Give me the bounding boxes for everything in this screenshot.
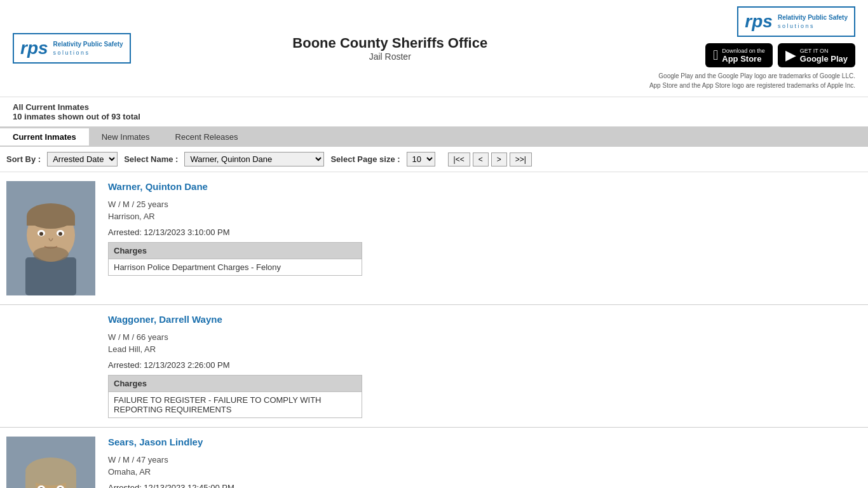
inmate-arrested-warner: Arrested: 12/13/2023 3:10:00 PM [108, 227, 862, 237]
logo-letters-right: rps [745, 11, 773, 32]
inmate-demographics-waggoner: W / M / 66 years [108, 332, 862, 342]
svg-rect-14 [25, 471, 36, 488]
select-name-select[interactable]: Warner, Quinton Dane [184, 152, 324, 166]
controls-bar: Sort By : Arrested Date Select Name : Wa… [0, 147, 868, 172]
inmate-name-sears[interactable]: Sears, Jason Lindley [108, 437, 862, 447]
svg-point-8 [58, 232, 62, 236]
page-header: rps Relativity Public Safety s o l u t i… [0, 0, 868, 97]
header-title-area: Boone County Sheriffs Office Jail Roster [292, 35, 487, 62]
svg-rect-4 [27, 216, 75, 226]
pagination-last[interactable]: >>| [510, 152, 532, 166]
inmate-photo-svg [6, 181, 95, 295]
summary-bar: All Current Inmates 10 inmates shown out… [0, 97, 868, 126]
sort-by-select[interactable]: Arrested Date [47, 152, 118, 166]
logo-box-left: rps Relativity Public Safety s o l u t i… [13, 33, 131, 64]
google-play-icon: ▶ [785, 47, 796, 64]
pagination-first[interactable]: |<< [448, 152, 470, 166]
inmate-photo-svg [6, 437, 95, 488]
app-disclaimer: Google Play and the Google Play logo are… [649, 71, 855, 90]
summary-line1: All Current Inmates [13, 102, 855, 112]
page-size-select[interactable]: 10 [407, 152, 435, 166]
inmate-details-warner: Warner, Quinton Dane W / M / 25 years Ha… [108, 181, 862, 276]
charges-body-waggoner: FAILURE TO REGISTER - FAILURE TO COMPLY … [109, 392, 362, 417]
inmate-photo-warner [6, 181, 95, 295]
svg-point-7 [39, 232, 43, 236]
google-play-button[interactable]: ▶ GET IT ON Google Play [778, 43, 855, 67]
inmate-row: Waggoner, Darrell Wayne W / M / 66 years… [0, 305, 868, 428]
charges-table-warner: Charges Harrison Police Department Charg… [108, 242, 362, 276]
logo-box-right: rps Relativity Public Safety s o l u t i… [737, 6, 855, 37]
app-store-button[interactable]:  Download on the App Store [705, 43, 773, 67]
logo-text-right: Relativity Public Safety s o l u t i o n… [778, 13, 848, 30]
logo-letters-left: rps [20, 38, 48, 58]
summary-line2: 10 inmates shown out of 93 total [13, 112, 855, 121]
charges-table-waggoner: Charges FAILURE TO REGISTER - FAILURE TO… [108, 375, 362, 418]
inmate-arrested-waggoner: Arrested: 12/13/2023 2:26:00 PM [108, 360, 862, 370]
app-buttons:  Download on the App Store ▶ GET IT ON … [705, 43, 855, 67]
inmate-name-waggoner[interactable]: Waggoner, Darrell Wayne [108, 314, 862, 325]
inmate-details-waggoner: Waggoner, Darrell Wayne W / M / 66 years… [108, 314, 862, 418]
logo-text-left: Relativity Public Safety s o l u t i o n… [53, 40, 123, 57]
pagination: |<< < > >>| [448, 152, 532, 166]
charges-header-waggoner: Charges [109, 376, 362, 392]
inmate-row: Sears, Jason Lindley W / M / 47 years Om… [0, 428, 868, 488]
inmate-demographics-sears: W / M / 47 years [108, 455, 862, 464]
inmate-location-waggoner: Lead Hill, AR [108, 344, 862, 354]
inmate-arrested-sears: Arrested: 12/13/2023 12:45:00 PM [108, 483, 862, 488]
inmate-photo-sears [6, 437, 95, 488]
inmate-demographics-warner: W / M / 25 years [108, 200, 862, 209]
inmate-name-warner[interactable]: Warner, Quinton Dane [108, 181, 862, 192]
logo-right: rps Relativity Public Safety s o l u t i… [737, 6, 855, 37]
inmate-list: Warner, Quinton Dane W / M / 25 years Ha… [0, 172, 868, 488]
inmate-location-warner: Harrison, AR [108, 212, 862, 221]
charges-body-warner: Harrison Police Department Charges - Fel… [109, 259, 362, 275]
tab-current-inmates[interactable]: Current Inmates [0, 128, 89, 146]
nav-tabs: Current Inmates New Inmates Recent Relea… [0, 126, 868, 147]
app-store-text: Download on the App Store [722, 48, 765, 64]
pagination-prev[interactable]: < [473, 152, 489, 166]
app-store-area:  Download on the App Store ▶ GET IT ON … [649, 43, 855, 90]
page-size-label: Select Page size : [330, 154, 400, 164]
charges-header-warner: Charges [109, 243, 362, 259]
logo-left: rps Relativity Public Safety s o l u t i… [13, 33, 131, 64]
apple-icon:  [713, 47, 718, 64]
tab-new-inmates[interactable]: New Inmates [89, 128, 163, 146]
sort-by-label: Sort By : [6, 154, 41, 164]
select-name-label: Select Name : [124, 154, 178, 164]
svg-rect-15 [66, 471, 76, 488]
inmate-row: Warner, Quinton Dane W / M / 25 years Ha… [0, 172, 868, 305]
page-subtitle: Jail Roster [292, 51, 487, 62]
google-play-text: GET IT ON Google Play [800, 48, 848, 64]
svg-point-9 [33, 247, 69, 262]
header-right: rps Relativity Public Safety s o l u t i… [649, 6, 855, 90]
tab-recent-releases[interactable]: Recent Releases [163, 128, 251, 146]
svg-rect-1 [25, 257, 76, 295]
inmate-location-sears: Omaha, AR [108, 467, 862, 477]
inmate-details-sears: Sears, Jason Lindley W / M / 47 years Om… [108, 437, 862, 488]
pagination-next[interactable]: > [491, 152, 507, 166]
page-title: Boone County Sheriffs Office [292, 35, 487, 51]
